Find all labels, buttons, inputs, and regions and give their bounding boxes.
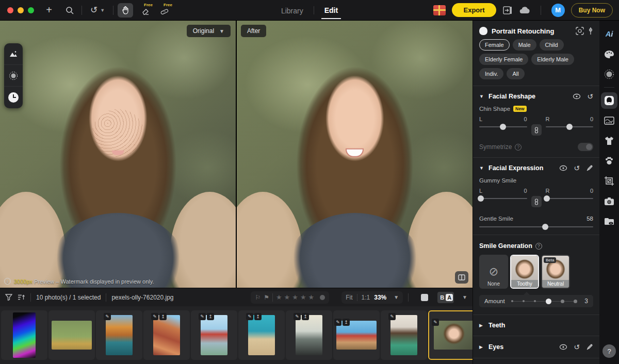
camera-rail-button[interactable] [601, 193, 617, 209]
tab-edit[interactable]: Edit [321, 2, 341, 19]
visibility-icon[interactable] [559, 344, 567, 350]
section-eyes[interactable]: ▶Eyes↺ [479, 336, 593, 358]
amount-step-dot[interactable] [534, 300, 536, 302]
account-avatar[interactable]: M [551, 4, 565, 17]
link-sliders-button[interactable] [531, 124, 542, 136]
zoom-chevron-icon[interactable]: ▼ [394, 294, 399, 300]
zoom-window-button[interactable] [28, 7, 34, 13]
undo-button[interactable]: ↺ ▼ [86, 3, 109, 18]
view-mode-chevron-icon[interactable]: ▼ [462, 294, 467, 300]
gummy-left-slider[interactable] [479, 198, 527, 199]
filter-button[interactable] [5, 294, 12, 301]
category-pill-elderly-female[interactable]: Elderly Female [479, 54, 528, 65]
minimize-window-button[interactable] [18, 7, 24, 13]
reset-icon[interactable]: ↺ [587, 92, 593, 101]
expand-arrow-icon[interactable]: ▶ [479, 344, 484, 350]
filmstrip-thumbnail-neon-spiral[interactable] [1, 310, 47, 360]
palette-rail-button[interactable] [601, 46, 617, 62]
add-photos-button[interactable]: + [41, 3, 57, 18]
before-pane[interactable]: Original ▼ i 3000px Preview – Watermark … [0, 21, 236, 288]
symmetrize-toggle[interactable] [578, 143, 593, 151]
visibility-icon[interactable] [559, 165, 567, 171]
chin-right-slider[interactable] [546, 126, 594, 127]
section-makeup[interactable]: ▶Makeup [479, 358, 593, 364]
zoom-fit-button[interactable]: Fit [346, 294, 352, 301]
mask-edit-icon[interactable] [586, 343, 593, 351]
filmstrip-thumbnail-cliff-sea[interactable]: ✎↥ [286, 310, 332, 360]
erase-tool-button[interactable]: Free [137, 3, 153, 18]
star-rating[interactable]: ★★★★★ [276, 293, 315, 301]
amount-step-dot[interactable] [523, 300, 525, 302]
amount-step-dot[interactable] [511, 300, 513, 302]
history-tool-button[interactable] [4, 87, 23, 108]
enhance-tool-button[interactable] [4, 43, 23, 65]
collapse-arrow-icon[interactable]: ▼ [479, 94, 484, 99]
crop-rail-button[interactable] [601, 173, 617, 189]
before-state-dropdown[interactable]: Original ▼ [187, 25, 231, 37]
filmstrip-thumbnail-beach-crowd[interactable]: ✎↥ [238, 310, 285, 360]
expand-arrow-icon[interactable]: ▶ [479, 323, 484, 328]
gentle-smile-slider[interactable] [479, 226, 593, 227]
search-button[interactable] [62, 3, 77, 18]
category-pill-indiv-[interactable]: Indiv. [479, 68, 503, 79]
link-sliders-button[interactable] [531, 196, 542, 207]
filmstrip-thumbnail-orange-street[interactable]: ✎↥ [143, 310, 190, 360]
promo-gift-icon[interactable] [433, 5, 446, 15]
amount-step-slider[interactable] [511, 299, 578, 304]
collapse-arrow-icon[interactable]: ▼ [479, 166, 484, 171]
portrait-rail-button[interactable] [601, 92, 617, 109]
smile-option-none[interactable]: ⊘None [479, 255, 508, 289]
filmstrip-thumbnail-woman-portrait-current[interactable]: ✎ [428, 310, 473, 360]
after-pane[interactable]: After [237, 21, 473, 288]
before-after-toggle[interactable]: B A [437, 292, 454, 303]
star-icon[interactable]: ★ [308, 293, 315, 301]
star-icon[interactable]: ★ [276, 293, 283, 301]
chin-left-slider[interactable] [479, 126, 527, 127]
mask-edit-icon[interactable] [586, 164, 593, 172]
reset-icon[interactable]: ↺ [574, 164, 580, 172]
undo-history-chevron-icon[interactable]: ▼ [100, 8, 105, 13]
tab-library[interactable]: Library [278, 2, 306, 19]
facial-expression-title[interactable]: Facial Expression [488, 164, 555, 172]
color-label-icon[interactable] [320, 295, 325, 300]
texture-rail-button[interactable] [601, 66, 617, 82]
export-panel-icon[interactable] [502, 6, 513, 15]
filmstrip-thumbnail-canal-houses[interactable]: ✎ [96, 310, 142, 360]
filmstrip-thumbnail-woman-green-top[interactable]: ✎ [381, 310, 427, 360]
amount-step-dot[interactable] [574, 300, 577, 303]
heal-tool-button[interactable]: Free [157, 3, 172, 18]
single-view-button[interactable] [421, 294, 428, 301]
adjustments-button[interactable] [588, 27, 593, 35]
close-window-button[interactable] [7, 7, 13, 13]
smile-option-neutral[interactable]: BetaNeutral [541, 255, 570, 289]
category-pill-female[interactable]: Female [479, 39, 510, 51]
filmstrip-thumbnail-tokyo-tower[interactable]: ✎↥ [191, 310, 237, 360]
cloud-sync-icon[interactable] [519, 6, 530, 14]
sort-button[interactable] [18, 294, 25, 301]
reset-icon[interactable]: ↺ [574, 343, 580, 351]
help-icon[interactable]: ? [535, 243, 542, 250]
window-controls[interactable] [0, 7, 41, 13]
section-teeth[interactable]: ▶Teeth [479, 315, 593, 336]
amount-step-dot[interactable] [546, 299, 551, 304]
help-button[interactable]: ? [602, 344, 616, 358]
visibility-icon[interactable] [573, 93, 581, 100]
zoom-percent-value[interactable]: 33% [374, 294, 386, 301]
facial-reshape-title[interactable]: Facial Reshape [488, 93, 568, 100]
flag-reject-icon[interactable]: ⚑ [264, 294, 269, 301]
texture-tool-button[interactable] [4, 65, 23, 87]
folder-eye-rail-button[interactable] [601, 213, 617, 229]
category-pill-child[interactable]: Child [540, 39, 564, 51]
star-icon[interactable]: ★ [284, 293, 291, 301]
category-pill-elderly-male[interactable]: Elderly Male [531, 54, 574, 65]
export-button[interactable]: Export [452, 3, 496, 17]
amount-step-dot[interactable] [561, 300, 564, 303]
star-icon[interactable]: ★ [300, 293, 307, 301]
split-view-button[interactable] [455, 271, 468, 284]
face-detect-button[interactable] [576, 27, 584, 35]
buy-now-button[interactable]: Buy Now [571, 3, 613, 18]
pet-rail-button[interactable] [601, 153, 617, 169]
pan-tool-button[interactable] [118, 3, 133, 18]
category-pill-male[interactable]: Male [513, 39, 536, 51]
ai-tools-rail-button[interactable]: Ai [601, 26, 617, 42]
